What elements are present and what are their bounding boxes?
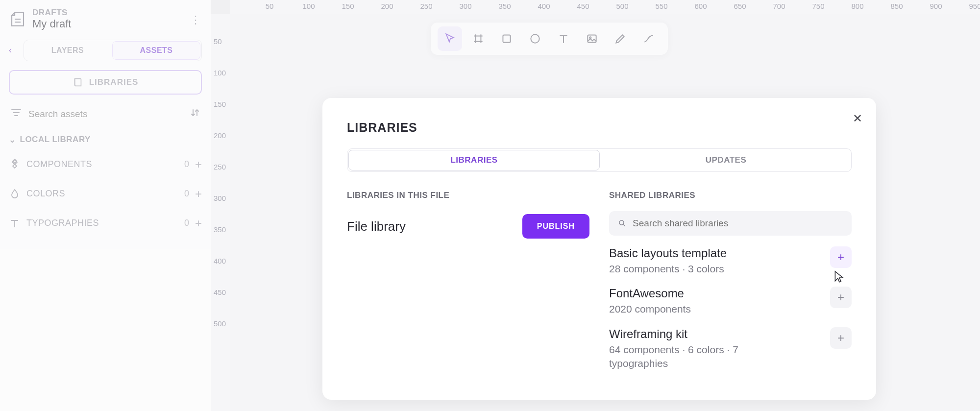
modal-tab-libraries[interactable]: LIBRARIES [348,150,600,170]
local-library-header[interactable]: ⌄ LOCAL LIBRARY [9,135,202,145]
ruler-tick: 300 [459,2,471,10]
ruler-tick: 50 [214,37,222,46]
tab-assets[interactable]: ASSETS [112,41,200,60]
category-count: 0 [184,218,189,228]
ruler-tick: 800 [851,2,863,10]
publish-button[interactable]: PUBLISH [522,214,589,239]
ruler-tick: 200 [381,2,393,10]
menu-dots-icon[interactable]: ⋮ [190,14,202,26]
ruler-tick: 50 [266,2,274,10]
ruler-tick: 950 [969,2,980,10]
tab-layers[interactable]: LAYERS [24,40,111,61]
ruler-tick: 150 [214,100,226,108]
ruler-tick: 500 [616,2,628,10]
local-library-label: LOCAL LIBRARY [20,135,91,145]
ruler-tick: 100 [214,69,226,77]
shared-search-input[interactable] [633,218,843,229]
search-assets-input[interactable] [28,109,183,120]
shared-library-meta: 2020 components [609,302,691,316]
category-count: 0 [184,189,189,199]
book-icon [73,77,83,88]
svg-point-4 [531,34,539,43]
ruler-tick: 350 [214,225,226,234]
sort-icon[interactable] [190,108,200,120]
back-icon[interactable]: ‹ [9,45,24,55]
ruler-vertical[interactable]: 50 100 150 200 250 300 350 400 450 500 [211,14,230,411]
tool-frame[interactable] [466,26,490,51]
category-colors[interactable]: COLORS 0 + [9,184,202,204]
ruler-tick: 350 [498,2,511,10]
shared-search[interactable] [609,211,852,236]
file-library-name: File library [347,219,406,234]
add-component-button[interactable]: + [195,158,202,171]
close-icon[interactable]: ✕ [853,112,862,125]
libraries-button-label: LIBRARIES [89,77,139,87]
drop-icon [9,188,21,200]
category-count: 0 [184,159,189,169]
ruler-tick: 150 [342,2,354,10]
add-library-button[interactable]: + [830,327,852,349]
shared-library-meta: 28 components · 3 colors [609,262,727,276]
category-label: COLORS [26,189,178,199]
libraries-button[interactable]: LIBRARIES [9,70,202,95]
libraries-modal: ✕ LIBRARIES LIBRARIES UPDATES LIBRARIES … [322,98,876,400]
component-icon [9,159,21,170]
shared-library-meta: 64 components · 6 colors · 7 typographie… [609,343,756,371]
ruler-tick: 400 [214,257,226,265]
assets-search-row [9,103,202,125]
tool-pen[interactable] [608,26,633,51]
add-library-button[interactable]: + [830,287,852,308]
add-library-button[interactable]: + [830,246,852,268]
tool-rectangle[interactable] [494,26,519,51]
panel-tabs-row: ‹ LAYERS ASSETS [9,40,202,61]
tool-ellipse[interactable] [523,26,547,51]
svg-rect-3 [503,35,510,42]
ruler-tick: 550 [655,2,667,10]
ruler-tick: 100 [302,2,315,10]
modal-tab-updates[interactable]: UPDATES [601,149,851,171]
ruler-tick: 300 [214,194,226,202]
ruler-horizontal[interactable]: 50 100 150 200 250 300 350 400 450 500 5… [230,0,980,14]
shared-libraries-column: SHARED LIBRARIES Basic layouts template … [609,191,852,370]
category-typographies[interactable]: TYPOGRAPHIES 0 + [9,214,202,233]
svg-point-7 [619,220,624,225]
shared-library-name: FontAwesome [609,287,691,300]
ruler-tick: 250 [420,2,432,10]
shared-library-name: Wireframing kit [609,327,756,341]
ruler-tick: 400 [538,2,550,10]
drafts-label: DRAFTS [32,8,71,18]
sidebar-header: DRAFTS My draft ⋮ [9,5,202,37]
category-label: TYPOGRAPHIES [26,218,178,228]
shared-heading: SHARED LIBRARIES [609,191,852,200]
tool-curve[interactable] [637,26,661,51]
ruler-tick: 600 [694,2,707,10]
category-components[interactable]: COMPONENTS 0 + [9,155,202,174]
ruler-tick: 900 [930,2,942,10]
tool-move[interactable] [438,26,462,51]
text-icon [9,218,21,229]
modal-tabs: LIBRARIES UPDATES [347,148,852,172]
tool-text[interactable] [551,26,576,51]
tool-image[interactable] [580,26,604,51]
ruler-tick: 450 [214,288,226,296]
search-icon [618,219,627,228]
chevron-down-icon: ⌄ [9,135,16,145]
add-color-button[interactable]: + [195,187,202,201]
ruler-tick: 250 [214,163,226,171]
left-sidebar: DRAFTS My draft ⋮ ‹ LAYERS ASSETS LIBRAR… [0,0,211,411]
ruler-tick: 750 [812,2,824,10]
ruler-tick: 200 [214,131,226,140]
design-toolbar [431,23,668,55]
modal-title: LIBRARIES [347,121,852,135]
ruler-tick: 700 [773,2,785,10]
shared-library-name: Basic layouts template [609,246,727,260]
ruler-tick: 850 [890,2,903,10]
draft-name[interactable]: My draft [32,18,71,30]
category-label: COMPONENTS [26,159,178,169]
filter-icon[interactable] [11,108,22,120]
svg-rect-5 [588,35,596,42]
add-typography-button[interactable]: + [195,217,202,230]
ruler-tick: 450 [577,2,589,10]
shared-library-item: Wireframing kit 64 components · 6 colors… [609,327,852,371]
ruler-tick: 650 [734,2,746,10]
